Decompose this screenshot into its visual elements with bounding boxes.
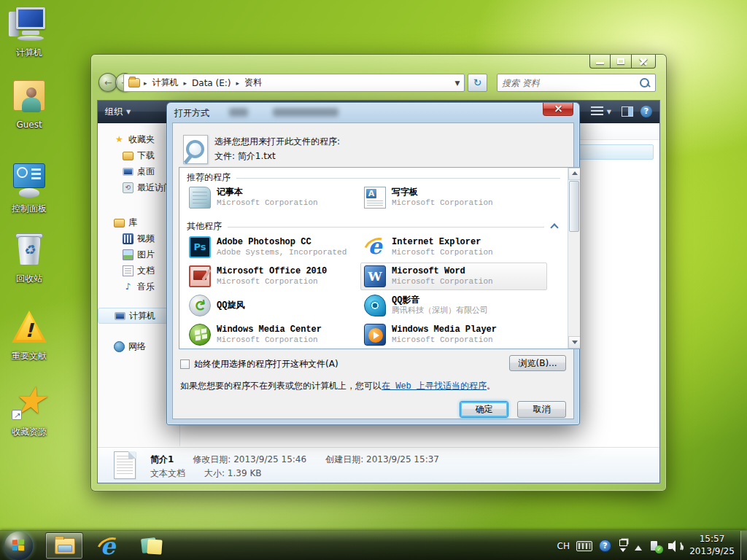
start-button[interactable] [4, 532, 33, 560]
modified-date: 修改日期: 2013/9/25 15:46 [193, 454, 306, 466]
find-program-web-link[interactable]: 在 Web 上寻找适当的程序 [382, 381, 487, 392]
refresh-button[interactable]: ↻ [468, 74, 487, 92]
desktop-icon-label: 重要文献 [0, 350, 61, 362]
views-button[interactable]: ▼ [588, 104, 614, 120]
program-item-word[interactable]: Microsoft WordMicrosoft Corporation [360, 262, 547, 290]
show-hidden-icons-button[interactable] [635, 542, 642, 551]
back-arrow-icon: ← [104, 79, 113, 88]
language-indicator[interactable]: CH [557, 541, 570, 551]
window-caption-buttons [589, 55, 656, 69]
search-input[interactable] [498, 78, 639, 88]
folder-icon [128, 78, 140, 88]
desktop-icon-label: Guest [0, 120, 61, 130]
navigation-bar: ← → ▸ 计算机 ▸ Data (E:) ▸ 资料 ▼ ↻ [91, 71, 666, 96]
scroll-thumb[interactable] [569, 181, 579, 232]
star-shortcut-icon: ★↗ [10, 385, 48, 423]
desktop-icon-computer[interactable]: 计算机 [0, 6, 61, 59]
always-use-checkbox-row[interactable]: 始终使用选择的程序打开这种文件(A) [180, 358, 338, 370]
cancel-button[interactable]: 取消 [517, 401, 566, 418]
program-item-media-player[interactable]: Windows Media PlayerMicrosoft Corporatio… [360, 321, 533, 349]
group-header-other: 其他程序 [187, 220, 560, 233]
desktop-icon-favorite-resources[interactable]: ★↗ 收藏资源 [0, 385, 61, 438]
desktop-icon-recycle-bin[interactable]: ♻ 回收站 [0, 232, 61, 285]
chevron-down-icon: ▼ [126, 109, 131, 115]
dialog-close-button[interactable] [543, 103, 573, 116]
search-box[interactable] [497, 74, 656, 92]
close-button[interactable] [632, 55, 656, 69]
system-tray: CH ? ✓ [557, 531, 683, 560]
time: 15:57 [686, 533, 738, 545]
help-tray-icon[interactable]: ? [599, 540, 611, 552]
desktop-icon-control-panel[interactable]: 控制面板 [0, 162, 61, 215]
preview-pane-icon[interactable] [622, 106, 633, 117]
taskbar-ie-button[interactable]: e [89, 532, 127, 559]
address-dropdown-icon[interactable]: ▼ [451, 79, 464, 87]
dialog-title: 打开方式 [174, 107, 209, 120]
libraries-icon [114, 219, 125, 228]
taskbar-explorer-button[interactable] [45, 532, 83, 559]
minimize-button[interactable] [589, 55, 611, 69]
program-item-office-2010[interactable]: Microsoft Office 2010Microsoft Corporati… [185, 262, 357, 290]
volume-icon[interactable] [668, 540, 683, 553]
computer-icon [10, 6, 48, 44]
desktop-icon-guest[interactable]: Guest [0, 79, 61, 130]
breadcrumb-drive[interactable]: Data (E:) [187, 74, 235, 91]
taskbar-notes-button[interactable] [133, 532, 171, 559]
desktop-icon [123, 168, 133, 176]
ok-button[interactable]: 确定 [460, 401, 508, 418]
chevron-down-icon: ▼ [607, 109, 611, 115]
scroll-down-button[interactable] [568, 336, 581, 349]
checkbox-label: 始终使用选择的程序打开这种文件(A) [194, 358, 338, 370]
dialog-prompt: 选择您想用来打开此文件的程序: [214, 136, 340, 148]
open-with-dialog: 打开方式 选择您想用来打开此文件的程序: 文件: 简介1.txt 推荐的程序 记… [166, 102, 580, 425]
wordpad-icon [364, 187, 386, 209]
program-item-internet-explorer[interactable]: Internet ExplorerMicrosoft Corporation [360, 233, 533, 261]
qq-player-icon [364, 295, 386, 316]
videos-icon [123, 233, 133, 244]
media-player-icon [364, 324, 386, 346]
qq-xuanfeng-icon [189, 295, 211, 316]
notepad-icon [189, 187, 211, 209]
browse-button[interactable]: 浏览(B)... [509, 355, 566, 371]
maximize-button[interactable] [611, 55, 632, 69]
taskbar: e CH ? ✓ 15:57 2013/9/25 [0, 530, 747, 560]
user-folder-icon [10, 79, 48, 117]
restore-windows-icon[interactable] [618, 539, 628, 553]
created-date: 创建日期: 2013/9/25 15:37 [325, 454, 439, 466]
details-pane: 简介1 修改日期: 2013/9/25 15:46 创建日期: 2013/9/2… [98, 447, 659, 483]
breadcrumb-folder[interactable]: 资料 [240, 74, 266, 91]
breadcrumb-computer[interactable]: 计算机 [148, 74, 183, 91]
program-item-notepad[interactable]: 记事本Microsoft Corporation [185, 184, 357, 211]
warning-icon: ! [10, 309, 48, 347]
collapse-chevron-icon[interactable] [550, 223, 558, 231]
program-item-qq-player[interactable]: QQ影音腾讯科技（深圳）有限公司 [360, 292, 533, 319]
selected-file-name: 简介1 [150, 454, 174, 466]
scroll-up-button[interactable] [568, 168, 581, 180]
internet-explorer-icon: e [96, 534, 120, 559]
dialog-file-line: 文件: 简介1.txt [214, 150, 276, 163]
scrollbar[interactable] [568, 168, 580, 349]
desktop-icon-label: 回收站 [0, 273, 61, 285]
control-panel-icon [10, 162, 48, 200]
help-icon[interactable]: ? [640, 106, 652, 117]
organize-menu[interactable]: 组织▼ [98, 103, 138, 121]
program-item-media-center[interactable]: Windows Media CenterMicrosoft Corporatio… [185, 321, 357, 349]
usb-safely-remove-icon[interactable]: ✓ [649, 540, 662, 553]
show-desktop-button[interactable] [740, 531, 747, 560]
downloads-icon [123, 152, 133, 160]
desktop-icon-label: 计算机 [0, 47, 61, 59]
keyboard-icon[interactable] [576, 541, 592, 551]
pictures-icon [123, 249, 133, 260]
taskbar-clock[interactable]: 15:57 2013/9/25 [686, 533, 738, 558]
address-bar[interactable]: ▸ 计算机 ▸ Data (E:) ▸ 资料 ▼ [123, 74, 465, 92]
program-item-qq-xuanfeng[interactable]: QQ旋风 [185, 292, 357, 319]
program-item-wordpad[interactable]: 写字板Microsoft Corporation [360, 184, 533, 211]
file-type: 文本文档 [150, 467, 185, 480]
windows-logo-icon [12, 540, 26, 553]
checkbox[interactable] [180, 359, 190, 369]
program-item-photoshop[interactable]: Adobe Photoshop CCAdobe Systems, Incorpo… [185, 233, 357, 261]
date: 2013/9/25 [686, 545, 738, 558]
desktop-icon-important-docs[interactable]: ! 重要文献 [0, 309, 61, 362]
recent-places-icon: ⟲ [123, 182, 133, 193]
music-icon: ♪ [123, 281, 133, 292]
